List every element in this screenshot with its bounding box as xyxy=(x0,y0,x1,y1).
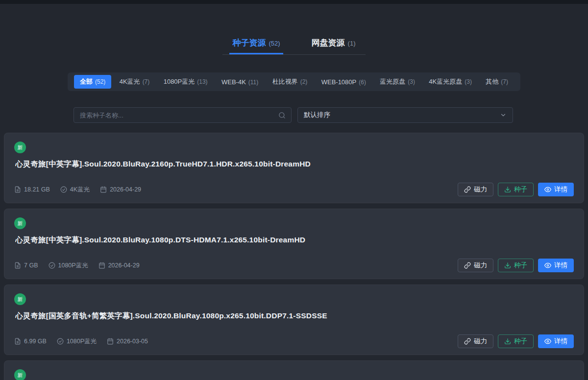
card-actions: 磁力 种子 详情 xyxy=(458,183,574,196)
torrent-title[interactable]: 心灵奇旅[中英字幕].Soul.2020.BluRay.1080p.DTS-HD… xyxy=(15,235,574,245)
filter-label: 全部 xyxy=(80,77,93,86)
filter-label: 1080P蓝光 xyxy=(164,77,195,86)
publish-date: 2026-04-29 xyxy=(98,262,140,269)
torrent-card: 新 心灵奇旅[中英字幕].Soul.2020.BluRay.2160p.True… xyxy=(4,133,584,203)
calendar-icon xyxy=(98,262,105,269)
check-circle-icon xyxy=(60,186,67,193)
link-icon xyxy=(464,186,471,193)
torrent-card: 新 心灵奇旅[中英字幕].Soul.2020.BluRay.1080p.DTS-… xyxy=(4,209,584,279)
torrent-card: 新 心灵奇旅[国英多音轨+简繁英字幕].Soul.2020.BluRay.108… xyxy=(4,285,584,355)
torrent-card-partial: 新 xyxy=(4,360,584,380)
details-button[interactable]: 详情 xyxy=(538,334,574,348)
filter-count: (7) xyxy=(501,78,508,85)
tab-label: 网盘资源 xyxy=(312,37,345,48)
filter-count: (11) xyxy=(248,79,258,86)
torrent-list: 新 心灵奇旅[中英字幕].Soul.2020.BluRay.2160p.True… xyxy=(4,133,584,380)
filter-count: (3) xyxy=(465,78,472,85)
top-bar xyxy=(0,0,588,4)
download-icon xyxy=(504,338,511,345)
file-size: 7 GB xyxy=(14,262,38,269)
tab-label: 种子资源 xyxy=(232,37,266,48)
torrent-meta: 7 GB 1080P蓝光 2026-04-29 xyxy=(14,261,140,270)
link-icon xyxy=(464,338,471,345)
torrent-download-button[interactable]: 种子 xyxy=(498,334,534,348)
file-icon xyxy=(14,338,21,345)
filter-label: 4K蓝光原盘 xyxy=(429,77,462,86)
torrent-title[interactable]: 心灵奇旅[中英字幕].Soul.2020.BluRay.2160p.TrueHD… xyxy=(15,159,574,169)
tab-torrent-resources[interactable]: 种子资源 (52) xyxy=(229,37,283,54)
publish-date: 2026-04-29 xyxy=(100,186,141,193)
card-footer: 7 GB 1080P蓝光 2026-04-29 磁力 种子 xyxy=(14,259,574,272)
filter-count: (6) xyxy=(359,79,366,86)
torrent-download-button[interactable]: 种子 xyxy=(498,183,534,196)
search-icon xyxy=(278,112,286,119)
filter-item-bluray-disc[interactable]: 蓝光原盘 (3) xyxy=(374,75,421,89)
filter-item-web-4k[interactable]: WEB-4K (11) xyxy=(216,76,264,88)
torrent-download-button[interactable]: 种子 xyxy=(498,259,534,272)
filter-item-other[interactable]: 其他 (7) xyxy=(480,75,514,89)
sort-select[interactable]: 默认排序 xyxy=(297,107,513,123)
new-badge: 新 xyxy=(14,369,26,380)
filter-item-4k-bluray[interactable]: 4K蓝光 (7) xyxy=(114,75,156,89)
filter-item-1080p-bluray[interactable]: 1080P蓝光 (13) xyxy=(158,75,214,89)
filter-label: WEB-4K xyxy=(221,78,246,86)
new-badge: 新 xyxy=(14,217,26,229)
new-badge: 新 xyxy=(14,142,26,153)
card-footer: 18.21 GB 4K蓝光 2026-04-29 磁力 种子 xyxy=(14,183,574,196)
file-size: 6.99 GB xyxy=(14,338,47,345)
category-filter-bar: 全部 (52) 4K蓝光 (7) 1080P蓝光 (13) WEB-4K (11… xyxy=(68,72,520,91)
chevron-down-icon xyxy=(500,112,507,119)
filter-label: 蓝光原盘 xyxy=(380,77,405,86)
torrent-title[interactable]: 心灵奇旅[国英多音轨+简繁英字幕].Soul.2020.BluRay.1080p… xyxy=(15,311,574,321)
filter-count: (3) xyxy=(408,78,415,85)
check-circle-icon xyxy=(57,338,64,345)
file-icon xyxy=(14,186,21,193)
download-icon xyxy=(504,186,511,193)
resource-tabs: 种子资源 (52) 网盘资源 (1) xyxy=(0,37,588,55)
new-badge: 新 xyxy=(14,293,26,305)
card-actions: 磁力 种子 详情 xyxy=(458,259,574,272)
calendar-icon xyxy=(100,186,107,193)
search-input[interactable] xyxy=(74,108,291,122)
details-button[interactable]: 详情 xyxy=(538,183,574,196)
filter-item-4k-bluray-disc[interactable]: 4K蓝光原盘 (3) xyxy=(423,75,478,89)
filter-item-web-1080p[interactable]: WEB-1080P (6) xyxy=(316,76,372,88)
tab-netdisk-resources[interactable]: 网盘资源 (1) xyxy=(309,37,359,54)
eye-icon xyxy=(544,338,551,345)
details-button[interactable]: 详情 xyxy=(538,259,574,272)
link-icon xyxy=(464,262,471,269)
magnet-button[interactable]: 磁力 xyxy=(458,183,493,196)
category-tag: 1080P蓝光 xyxy=(49,261,88,270)
filter-item-dolby-vision[interactable]: 杜比视界 (2) xyxy=(267,75,314,89)
file-icon xyxy=(14,262,21,269)
filter-item-all[interactable]: 全部 (52) xyxy=(74,75,111,89)
filter-count: (7) xyxy=(143,78,150,85)
card-actions: 磁力 种子 详情 xyxy=(458,334,574,348)
card-footer: 6.99 GB 1080P蓝光 2026-03-05 磁力 xyxy=(14,334,574,348)
filter-label: WEB-1080P xyxy=(321,78,357,86)
calendar-icon xyxy=(107,338,114,345)
download-icon xyxy=(504,262,511,269)
category-tag: 4K蓝光 xyxy=(60,186,90,194)
sort-value: 默认排序 xyxy=(304,111,330,119)
filter-count: (2) xyxy=(300,78,308,85)
file-size: 18.21 GB xyxy=(14,186,50,193)
torrent-meta: 18.21 GB 4K蓝光 2026-04-29 xyxy=(14,186,141,194)
filter-count: (52) xyxy=(95,78,105,85)
category-tag: 1080P蓝光 xyxy=(57,337,97,346)
search-box xyxy=(74,107,292,123)
magnet-button[interactable]: 磁力 xyxy=(458,334,493,348)
filter-count: (13) xyxy=(197,78,207,85)
eye-icon xyxy=(544,262,551,269)
filter-label: 杜比视界 xyxy=(272,77,298,86)
tab-count: (52) xyxy=(269,40,280,47)
check-circle-icon xyxy=(49,262,55,269)
filter-label: 其他 xyxy=(486,77,498,86)
filter-label: 4K蓝光 xyxy=(120,77,140,86)
magnet-button[interactable]: 磁力 xyxy=(458,259,493,272)
publish-date: 2026-03-05 xyxy=(107,338,148,345)
list-controls: 默认排序 xyxy=(74,107,513,123)
tab-count: (1) xyxy=(348,40,356,47)
torrent-meta: 6.99 GB 1080P蓝光 2026-03-05 xyxy=(14,337,148,346)
eye-icon xyxy=(544,186,551,193)
